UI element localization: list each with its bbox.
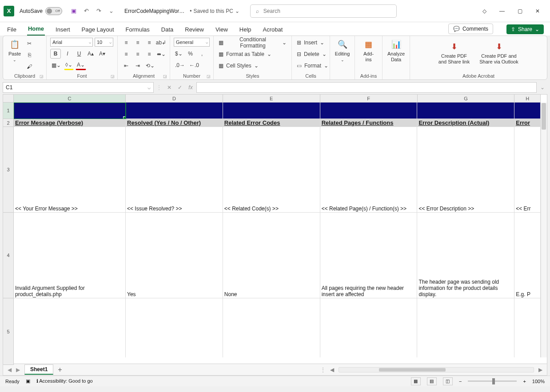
align-bottom-icon[interactable]: ≡	[144, 38, 154, 48]
search-input[interactable]: ⌕ Search	[250, 4, 397, 18]
increase-font-icon[interactable]: A▴	[86, 49, 96, 59]
cell[interactable]: All pages requiring the new header inser…	[320, 213, 418, 298]
increase-indent-icon[interactable]: ⇥	[133, 61, 143, 71]
cell[interactable]	[514, 298, 541, 357]
qat-customize-icon[interactable]: ⌄	[105, 5, 117, 17]
cell[interactable]: << Err	[514, 127, 541, 213]
conditional-formatting-button[interactable]: ▦Conditional Formatting ⌄	[217, 38, 288, 48]
tab-review[interactable]: Review	[184, 24, 205, 36]
page-break-view-icon[interactable]: ◫	[443, 377, 453, 385]
create-pdf-share-link-button[interactable]: ⬇Create PDF and Share link	[436, 40, 472, 65]
enter-formula-icon[interactable]: ✓	[175, 83, 185, 92]
tab-data[interactable]: Data	[160, 24, 174, 36]
page-layout-view-icon[interactable]: ▤	[427, 377, 437, 385]
redo-icon[interactable]: ↷	[92, 5, 105, 17]
copy-icon[interactable]: ⎘	[24, 50, 34, 60]
vertical-scrollbar[interactable]	[541, 103, 547, 357]
tab-insert[interactable]: Insert	[55, 24, 71, 36]
formula-input[interactable]	[196, 82, 537, 93]
number-format-combo[interactable]: General	[174, 38, 210, 47]
orientation-icon[interactable]: ⟲⌄	[144, 61, 156, 71]
borders-icon[interactable]: ▦⌄	[50, 60, 62, 70]
minimize-button[interactable]: —	[493, 4, 511, 18]
autosave-toggle[interactable]: AutoSave Off	[20, 7, 62, 15]
share-button[interactable]: ⇪ Share ⌄	[506, 24, 544, 34]
cell[interactable]: Related Error Codes	[223, 119, 320, 127]
percent-icon[interactable]: %	[186, 49, 195, 59]
cell[interactable]	[126, 103, 223, 119]
cell[interactable]	[514, 103, 541, 119]
tab-home[interactable]: Home	[27, 24, 45, 36]
dialog-launcher-icon[interactable]: ◲	[163, 74, 167, 79]
editing-button[interactable]: 🔍Editing⌄	[334, 38, 351, 63]
row-header[interactable]: 5	[3, 298, 14, 365]
tab-formulas[interactable]: Formulas	[125, 24, 151, 36]
tab-help[interactable]: Help	[239, 24, 252, 36]
hscroll-right-icon[interactable]: ▶	[538, 367, 542, 373]
addins-button[interactable]: ▦Add-ins	[359, 38, 379, 63]
insert-cells-button[interactable]: ⊞Insert ⌄	[295, 38, 326, 48]
tab-file[interactable]: File	[6, 24, 17, 36]
currency-icon[interactable]: $⌄	[174, 49, 184, 59]
dialog-launcher-icon[interactable]: ◲	[111, 74, 115, 79]
format-painter-icon[interactable]: 🖌	[24, 62, 34, 71]
fx-icon[interactable]: fx	[186, 83, 195, 92]
format-cells-button[interactable]: ▭Format ⌄	[295, 61, 326, 71]
column-header[interactable]: H	[514, 95, 541, 103]
tab-acrobat[interactable]: Acrobat	[262, 24, 284, 36]
macro-icon[interactable]: ▣	[26, 378, 30, 384]
create-pdf-outlook-button[interactable]: ⬇Create PDF and Share via Outlook	[477, 40, 521, 65]
bold-button[interactable]: B	[50, 49, 61, 59]
cell[interactable]	[417, 298, 514, 357]
column-header[interactable]: D	[126, 95, 223, 103]
toggle-switch[interactable]: Off	[45, 7, 62, 15]
cell[interactable]: << Related Page(s) / Function(s) >>	[320, 127, 418, 213]
cell[interactable]	[14, 298, 126, 357]
column-header[interactable]: G	[418, 95, 515, 103]
cell[interactable]: Error	[514, 119, 541, 127]
cell[interactable]: Yes	[126, 213, 223, 298]
accessibility-status[interactable]: ℹ Accessibility: Good to go	[36, 378, 93, 384]
zoom-level[interactable]: 100%	[532, 379, 545, 384]
cell[interactable]	[223, 103, 320, 119]
cell[interactable]	[223, 298, 320, 357]
font-size-combo[interactable]: 10	[95, 38, 113, 47]
hscroll-left-icon[interactable]: ◀	[330, 367, 334, 373]
analyze-data-button[interactable]: 📊Analyze Data	[386, 38, 406, 63]
fill-color-icon[interactable]: ◊⌄	[64, 60, 74, 70]
column-header[interactable]: C	[14, 95, 126, 103]
cell[interactable]: Invalid Argument Supplied for product_de…	[14, 213, 126, 298]
align-right-icon[interactable]: ≡	[144, 49, 154, 59]
merge-center-icon[interactable]: ⬌⌄	[156, 49, 166, 59]
expand-formula-icon[interactable]: ⌄	[538, 83, 547, 92]
cell[interactable]	[14, 103, 126, 119]
tab-split-handle[interactable]: ⋮	[320, 367, 326, 373]
zoom-out-icon[interactable]: −	[459, 379, 462, 384]
cells-area[interactable]: Error Message (Verbose)Resolved (Yes / N…	[14, 103, 541, 357]
row-header[interactable]: 1	[3, 103, 14, 119]
select-all-corner[interactable]	[3, 95, 14, 103]
wrap-text-icon[interactable]: ab↲	[156, 38, 166, 48]
normal-view-icon[interactable]: ▦	[411, 377, 421, 385]
new-sheet-button[interactable]: +	[58, 366, 62, 374]
cell[interactable]: << Your Error Message >>	[14, 127, 126, 213]
cell[interactable]: The header page was sending old informat…	[417, 213, 514, 298]
row-header[interactable]: 4	[3, 213, 14, 298]
zoom-slider[interactable]	[468, 380, 517, 382]
cell[interactable]: << Error Description >>	[417, 127, 514, 213]
maximize-button[interactable]: ▢	[511, 4, 529, 18]
row-header[interactable]: 3	[3, 127, 14, 213]
zoom-in-icon[interactable]: +	[523, 379, 526, 384]
align-middle-icon[interactable]: ≡	[133, 38, 143, 48]
cancel-formula-icon[interactable]: ✕	[164, 83, 174, 92]
spreadsheet-grid[interactable]: CDEFGH 12345 Error Message (Verbose)Reso…	[3, 94, 547, 364]
scroll-thumb[interactable]	[379, 368, 446, 372]
delete-cells-button[interactable]: ⊟Delete ⌄	[295, 49, 326, 59]
cell[interactable]: Related Pages / Functions	[320, 119, 418, 127]
cell[interactable]: Error Message (Verbose)	[14, 119, 126, 127]
increase-decimal-icon[interactable]: .0→	[174, 60, 186, 70]
cell[interactable]: << Related Code(s) >>	[223, 127, 320, 213]
format-table-button[interactable]: ▦Format as Table ⌄	[217, 49, 288, 59]
sheet-nav-prev-icon[interactable]: ◀	[8, 367, 12, 373]
cell[interactable]: Resolved (Yes / No / Other)	[126, 119, 223, 127]
